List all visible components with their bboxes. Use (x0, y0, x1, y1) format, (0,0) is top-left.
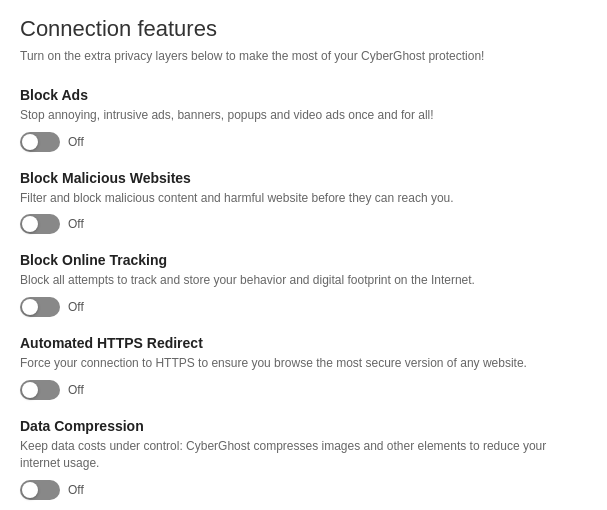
toggle-data-compression[interactable] (20, 480, 60, 500)
feature-section-block-ads: Block AdsStop annoying, intrusive ads, b… (20, 87, 587, 152)
toggle-row-automated-https-redirect: Off (20, 380, 587, 400)
toggle-label-data-compression: Off (68, 483, 84, 497)
toggle-automated-https-redirect[interactable] (20, 380, 60, 400)
feature-section-data-compression: Data CompressionKeep data costs under co… (20, 418, 587, 500)
feature-description-automated-https-redirect: Force your connection to HTTPS to ensure… (20, 355, 587, 372)
toggle-block-ads[interactable] (20, 132, 60, 152)
toggle-label-automated-https-redirect: Off (68, 383, 84, 397)
toggle-block-malicious-websites[interactable] (20, 214, 60, 234)
toggle-row-block-malicious-websites: Off (20, 214, 587, 234)
toggle-thumb (22, 482, 38, 498)
toggle-label-block-online-tracking: Off (68, 300, 84, 314)
toggle-row-block-online-tracking: Off (20, 297, 587, 317)
feature-section-automated-https-redirect: Automated HTTPS RedirectForce your conne… (20, 335, 587, 400)
toggle-thumb (22, 134, 38, 150)
feature-section-block-malicious-websites: Block Malicious WebsitesFilter and block… (20, 170, 587, 235)
feature-title-block-ads: Block Ads (20, 87, 587, 103)
toggle-row-block-ads: Off (20, 132, 587, 152)
feature-title-data-compression: Data Compression (20, 418, 587, 434)
toggle-label-block-ads: Off (68, 135, 84, 149)
feature-title-block-online-tracking: Block Online Tracking (20, 252, 587, 268)
feature-description-block-ads: Stop annoying, intrusive ads, banners, p… (20, 107, 587, 124)
feature-description-block-malicious-websites: Filter and block malicious content and h… (20, 190, 587, 207)
toggle-block-online-tracking[interactable] (20, 297, 60, 317)
toggle-label-block-malicious-websites: Off (68, 217, 84, 231)
features-container: Block AdsStop annoying, intrusive ads, b… (20, 87, 587, 500)
feature-title-automated-https-redirect: Automated HTTPS Redirect (20, 335, 587, 351)
feature-description-block-online-tracking: Block all attempts to track and store yo… (20, 272, 587, 289)
page-title: Connection features (20, 16, 587, 42)
feature-title-block-malicious-websites: Block Malicious Websites (20, 170, 587, 186)
toggle-row-data-compression: Off (20, 480, 587, 500)
feature-section-block-online-tracking: Block Online TrackingBlock all attempts … (20, 252, 587, 317)
page-subtitle: Turn on the extra privacy layers below t… (20, 48, 587, 65)
feature-description-data-compression: Keep data costs under control: CyberGhos… (20, 438, 587, 472)
toggle-thumb (22, 382, 38, 398)
